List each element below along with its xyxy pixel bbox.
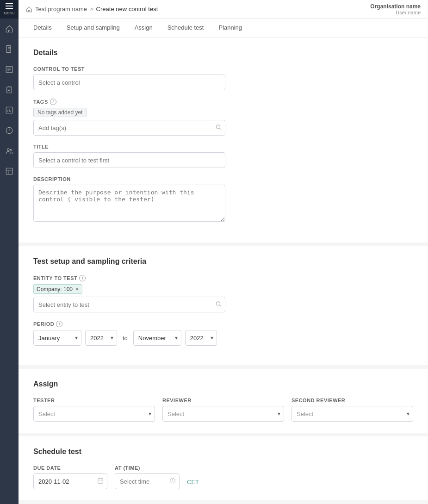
description-input[interactable] xyxy=(33,185,225,222)
period-row: JanuaryFebruaryMarchApril MayJuneJulyAug… xyxy=(33,330,413,346)
menu-label: MENU xyxy=(4,11,15,15)
entity-search-wrap xyxy=(33,297,225,312)
entity-chip: Company: 100 × xyxy=(33,284,82,294)
list-nav-icon[interactable] xyxy=(0,60,19,79)
nav-tabs: Details Setup and sampling Assign Schedu… xyxy=(19,19,428,37)
assign-section: Assign TESTER Select REVIEWER Select xyxy=(19,369,428,433)
period-to-year-wrap: 20202021202220232024 xyxy=(185,330,217,346)
reviewer-select[interactable]: Select xyxy=(162,406,284,422)
alert-nav-icon[interactable] xyxy=(0,121,19,140)
due-date-wrap xyxy=(33,473,107,489)
svg-rect-11 xyxy=(98,479,103,484)
title-input[interactable] xyxy=(33,152,225,168)
period-from-year-select[interactable]: 20202021202220232024 xyxy=(85,330,117,346)
entity-to-test-group: ENTITY TO TEST i Company: 100 × xyxy=(33,275,413,312)
second-reviewer-select-wrap: Select xyxy=(292,406,413,422)
assign-row: TESTER Select REVIEWER Select xyxy=(33,398,413,422)
setup-section: Test setup and sampling criteria ENTITY … xyxy=(19,246,428,365)
calendar-icon[interactable] xyxy=(97,478,104,485)
period-from-year-wrap: 20202021202220232024 xyxy=(85,330,117,346)
entity-search-input[interactable] xyxy=(33,297,225,312)
tester-select-wrap: Select xyxy=(33,406,155,422)
tab-details[interactable]: Details xyxy=(26,19,59,37)
second-reviewer-col: SECOND REVIEWER Select xyxy=(292,398,413,422)
topbar: Test program name > Create new control t… xyxy=(19,0,428,19)
tags-search-icon xyxy=(215,124,222,132)
svg-point-5 xyxy=(7,149,10,151)
tab-setup-sampling[interactable]: Setup and sampling xyxy=(59,19,127,37)
schedule-row: DUE DATE AT (TIME) xyxy=(33,465,413,489)
users-nav-icon[interactable] xyxy=(0,142,19,160)
tags-group: TAGS i No tags added yet xyxy=(33,99,413,136)
breadcrumb-separator: > xyxy=(90,6,93,12)
due-date-col: DUE DATE xyxy=(33,465,107,489)
period-to-month-select[interactable]: JanuaryFebruaryMarchApril MayJuneJulyAug… xyxy=(133,330,181,346)
control-to-test-group: CONTROL TO TEST xyxy=(33,66,413,90)
org-name: Organisation name xyxy=(370,3,421,10)
tester-col: TESTER Select xyxy=(33,398,155,422)
period-from-month-select[interactable]: JanuaryFebruaryMarchApril MayJuneJulyAug… xyxy=(33,330,81,346)
breadcrumb-page: Create new control test xyxy=(96,6,158,12)
setup-title: Test setup and sampling criteria xyxy=(33,257,413,266)
description-label: DESCRIPTION xyxy=(33,176,413,182)
entity-to-test-label: ENTITY TO TEST i xyxy=(33,275,413,281)
svg-rect-0 xyxy=(6,46,11,53)
reviewer-col: REVIEWER Select xyxy=(162,398,284,422)
main-content: Test program name > Create new control t… xyxy=(19,0,428,504)
menu-button[interactable]: MENU xyxy=(0,0,19,19)
page-content: Details CONTROL TO TEST TAGS i No tags a… xyxy=(19,37,428,504)
user-name: User name xyxy=(396,10,421,15)
at-time-label: AT (TIME) xyxy=(115,465,180,471)
period-to-text: to xyxy=(121,335,130,342)
entity-info-icon[interactable]: i xyxy=(79,275,86,281)
second-reviewer-select[interactable]: Select xyxy=(292,406,413,422)
entity-search-icon xyxy=(215,301,222,309)
period-to-year-select[interactable]: 20202021202220232024 xyxy=(185,330,217,346)
timezone-col: CET xyxy=(187,469,199,485)
title-label: TITLE xyxy=(33,144,413,149)
due-date-input[interactable] xyxy=(33,473,107,489)
home-nav-icon[interactable] xyxy=(0,19,19,38)
document-nav-icon[interactable] xyxy=(0,40,19,58)
tester-label: TESTER xyxy=(33,398,155,403)
svg-point-9 xyxy=(216,125,220,129)
tags-input[interactable] xyxy=(33,120,225,136)
details-title: Details xyxy=(33,49,413,57)
tags-label: TAGS i xyxy=(33,99,413,105)
period-group: PERIOD i JanuaryFebruaryMarchApril MayJu… xyxy=(33,321,413,346)
control-to-test-label: CONTROL TO TEST xyxy=(33,66,413,72)
tags-badge: No tags added yet xyxy=(33,108,87,117)
breadcrumb-program[interactable]: Test program name xyxy=(35,6,87,12)
description-group: DESCRIPTION xyxy=(33,176,413,223)
reviewer-label: REVIEWER xyxy=(162,398,284,403)
time-input-wrap xyxy=(115,473,180,489)
tab-schedule-test[interactable]: Schedule test xyxy=(160,19,211,37)
tab-planning[interactable]: Planning xyxy=(211,19,249,37)
entity-chip-remove[interactable]: × xyxy=(75,286,79,292)
period-label: PERIOD i xyxy=(33,321,413,327)
period-info-icon[interactable]: i xyxy=(56,321,62,327)
sidebar: MENU xyxy=(0,0,19,504)
reviewer-select-wrap: Select xyxy=(162,406,284,422)
control-to-test-input[interactable] xyxy=(33,75,225,90)
tab-assign[interactable]: Assign xyxy=(127,19,160,37)
due-date-label: DUE DATE xyxy=(33,465,107,471)
assign-title: Assign xyxy=(33,380,413,388)
period-to-month-wrap: JanuaryFebruaryMarchApril MayJuneJulyAug… xyxy=(133,330,181,346)
clipboard-nav-icon[interactable] xyxy=(0,81,19,99)
breadcrumb: Test program name > Create new control t… xyxy=(26,6,158,12)
tester-select[interactable]: Select xyxy=(33,406,155,422)
timezone-label: CET xyxy=(187,479,199,485)
svg-point-10 xyxy=(216,302,220,305)
clock-icon xyxy=(169,478,176,485)
schedule-section: Schedule test DUE DATE AT (TIME) xyxy=(19,436,428,500)
tags-info-icon[interactable]: i xyxy=(50,99,56,105)
svg-point-6 xyxy=(10,149,12,150)
svg-rect-2 xyxy=(7,87,12,93)
tag-input-wrap xyxy=(33,120,225,136)
title-group: TITLE xyxy=(33,144,413,168)
user-menu[interactable]: Organisation name User name xyxy=(370,3,421,15)
report-nav-icon[interactable] xyxy=(0,101,19,119)
schedule-title: Schedule test xyxy=(33,448,413,456)
table-nav-icon[interactable] xyxy=(0,162,19,180)
